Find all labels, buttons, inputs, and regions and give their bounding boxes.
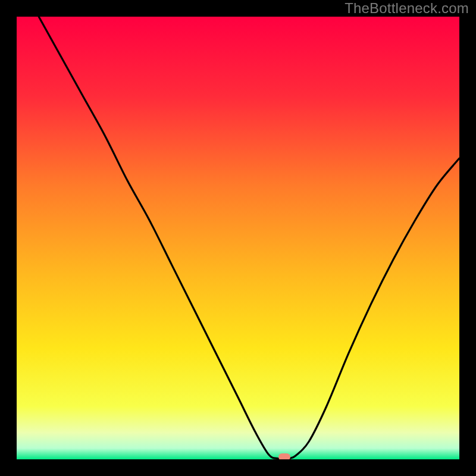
bottleneck-curve xyxy=(17,17,459,459)
chart-frame: TheBottleneck.com xyxy=(0,0,476,476)
optimal-point-marker xyxy=(278,453,290,459)
watermark-text: TheBottleneck.com xyxy=(345,0,469,17)
plot-area xyxy=(17,17,459,459)
